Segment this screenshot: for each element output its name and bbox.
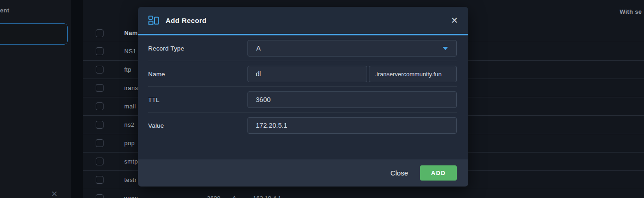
value-row: Value [148, 113, 457, 138]
sidebar-close-icon[interactable]: ✕ [51, 189, 58, 198]
record-name-cell: smtp [124, 158, 138, 165]
ttl-label: TTL [148, 96, 160, 103]
row-checkbox[interactable] [96, 139, 104, 147]
name-row: Name .iranservercommunity.fun [148, 61, 457, 87]
table-row[interactable]: www 3600 A 162.19.4.1 [83, 189, 644, 198]
modal-header: Add Record ✕ [138, 7, 468, 34]
ttl-input[interactable] [247, 91, 457, 108]
domain-suffix-box: .iranservercommunity.fun [369, 66, 457, 82]
record-ttl-cell: 3600 [207, 195, 220, 198]
name-label: Name [148, 71, 165, 78]
close-icon[interactable]: ✕ [451, 16, 458, 25]
record-value-cell: 162.19.4.1 [253, 195, 281, 198]
modal-footer: Close ADD [138, 159, 468, 187]
record-name-cell: www [124, 195, 138, 198]
row-checkbox[interactable] [96, 84, 104, 92]
select-all-checkbox[interactable] [96, 29, 104, 37]
record-name-cell: pop [124, 140, 135, 147]
row-checkbox[interactable] [96, 66, 104, 74]
row-checkbox[interactable] [96, 176, 104, 184]
row-checkbox[interactable] [96, 121, 104, 129]
column-header-with-selected: With se [620, 8, 642, 15]
record-type-row: Record Type A [148, 35, 457, 61]
record-name-cell: NS1 [124, 48, 137, 55]
record-type-cell: A [232, 195, 236, 198]
row-checkbox[interactable] [96, 158, 104, 165]
column-header-name: Nam [124, 29, 138, 36]
modal-title: Add Record [166, 17, 207, 24]
value-input[interactable] [247, 117, 457, 134]
sidebar-truncated-text: ent [0, 7, 9, 14]
add-button[interactable]: ADD [420, 165, 457, 181]
record-name-cell: irans [124, 85, 138, 91]
row-checkbox[interactable] [96, 47, 104, 55]
left-sidebar-panel: ent ✕ [0, 0, 71, 198]
row-checkbox[interactable] [96, 194, 104, 198]
chevron-down-icon [443, 47, 448, 50]
record-name-cell: ns2 [124, 121, 134, 128]
value-label: Value [148, 122, 164, 129]
records-layout-icon [148, 16, 159, 25]
row-checkbox[interactable] [96, 102, 104, 110]
record-type-label: Record Type [148, 45, 184, 52]
record-name-cell: mail [124, 103, 136, 110]
sidebar-search-input[interactable] [0, 23, 68, 45]
record-type-select[interactable]: A [247, 40, 457, 57]
record-type-selected-value: A [256, 45, 261, 52]
modal-body: Record Type A Name .iranservercommunity.… [138, 35, 468, 159]
add-record-modal: Add Record ✕ Record Type A Name .iranser… [138, 7, 468, 187]
name-input[interactable] [247, 66, 367, 82]
ttl-row: TTL [148, 87, 457, 113]
close-button[interactable]: Close [391, 169, 408, 177]
record-name-cell: testr [124, 176, 137, 183]
record-name-cell: ftp [124, 66, 132, 73]
domain-suffix-text: .iranservercommunity.fun [375, 71, 442, 78]
